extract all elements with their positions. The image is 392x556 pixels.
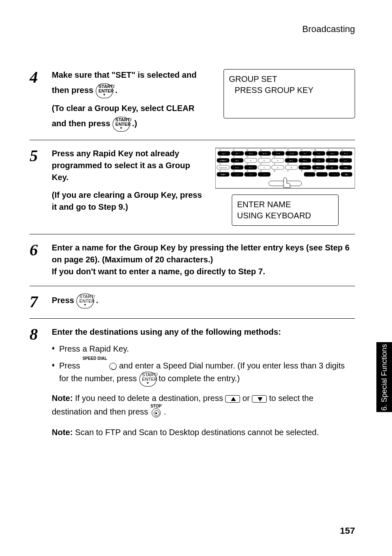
down-arrow-button-icon <box>252 395 267 403</box>
text: and then press <box>52 119 113 128</box>
icon-label-bottom: ENTER <box>115 122 131 127</box>
svg-text:02: 02 <box>233 149 235 151</box>
svg-text:L / +: L / + <box>344 160 348 162</box>
text: .) <box>132 119 137 128</box>
display-line: ENTER NAME <box>237 199 333 210</box>
svg-text:DEL: DEL <box>345 174 348 176</box>
svg-text:20: 20 <box>341 156 343 158</box>
svg-text:S: S <box>250 160 251 162</box>
step-number: 7 <box>30 294 52 310</box>
svg-text:U / ': U / ' <box>304 153 307 155</box>
start-enter-button-icon: START/ ENTER ▼ <box>96 83 113 98</box>
svg-text:21: 21 <box>219 163 221 165</box>
svg-text:25: 25 <box>274 163 275 165</box>
section-header: Broadcasting <box>302 24 355 35</box>
step8-heading: Enter the destinations using any of the … <box>52 326 355 338</box>
note-scan-restriction: Note: Scan to FTP and Scan to Desktop de… <box>52 426 355 438</box>
text: to complete the entry.) <box>159 374 240 383</box>
svg-text:O / ): O / ) <box>331 153 334 155</box>
svg-text:W / ": W / " <box>236 153 240 155</box>
svg-text:08: 08 <box>314 149 316 151</box>
svg-text:X / >: X / > <box>249 167 253 169</box>
lcd-display-step4: GROUP SET PRESS GROUP KEY <box>224 69 355 118</box>
bullet-rapid-key: Press a Rapid Key. <box>59 343 355 355</box>
svg-text:28: 28 <box>314 163 316 165</box>
svg-text:29: 29 <box>328 163 330 165</box>
svg-text:37: 37 <box>287 170 289 172</box>
svg-text:14: 14 <box>260 156 262 158</box>
text: or <box>242 394 252 403</box>
svg-text:Z / <: Z / < <box>235 167 239 169</box>
svg-text:04: 04 <box>260 149 262 151</box>
svg-text:32: 32 <box>233 170 235 172</box>
text: Press <box>52 296 76 305</box>
text: If you need to delete a destination, pre… <box>75 394 226 403</box>
svg-text:15: 15 <box>274 156 275 158</box>
svg-text:19: 19 <box>328 156 330 158</box>
svg-text:/ / \: / / \ <box>249 174 252 176</box>
step-number: 5 <box>30 148 52 164</box>
svg-text:V: V <box>277 167 279 169</box>
content-area: 4 Make sure that "SET" is selected and t… <box>30 62 355 447</box>
svg-text:23: 23 <box>247 163 248 165</box>
svg-text:38: 38 <box>301 170 302 172</box>
step5-p2: (If you are clearing a Group Key, press … <box>52 189 205 213</box>
step-4: 4 Make sure that "SET" is selected and t… <box>30 62 355 140</box>
icon-label-bottom: ENTER <box>99 88 114 93</box>
svg-text:@: @ <box>331 167 333 169</box>
text: Scan to FTP and Scan to Desktop destinat… <box>75 428 319 437</box>
step-7: 7 Press START/ ENTER ▼ . <box>30 286 355 319</box>
step-number: 4 <box>30 69 52 86</box>
svg-text:T / %: T / % <box>276 153 280 155</box>
svg-text:F: F <box>277 160 279 162</box>
svg-text:36: 36 <box>274 170 275 172</box>
svg-text:17: 17 <box>301 156 302 158</box>
svg-text:13: 13 <box>247 156 248 158</box>
stop-button-icon: STOP <box>150 404 161 421</box>
svg-text:05: 05 <box>274 149 275 151</box>
svg-text:07: 07 <box>301 149 302 151</box>
speed-dial-button-icon <box>109 363 117 370</box>
svg-text:I / (: I / ( <box>318 153 321 155</box>
svg-text:39: 39 <box>314 170 316 172</box>
svg-text:22: 22 <box>233 163 235 165</box>
icon-label-bottom: ENTER <box>79 299 95 303</box>
step6-p2: If you don't want to enter a name, go di… <box>52 266 355 278</box>
step6-p1: Enter a name for the Group Key by pressi… <box>52 242 355 266</box>
icon-label-bottom: ENTER <box>142 377 157 382</box>
step-5: 5 Press any Rapid Key not already progra… <box>30 140 355 234</box>
text: Make sure that "SET" is selected and <box>52 70 196 79</box>
side-tab-label: 6. Special Functions <box>380 344 389 410</box>
svg-text:M / ?: M / ? <box>316 167 321 169</box>
display-line: USING KEYBOARD <box>237 210 333 221</box>
step-6: 6 Enter a name for the Group Key by pres… <box>30 234 355 286</box>
svg-text:B: B <box>291 167 292 169</box>
svg-text:11: 11 <box>219 156 221 158</box>
svg-text:A / |: A / | <box>235 160 238 162</box>
svg-text:C: C <box>263 167 265 169</box>
svg-text:27: 27 <box>301 163 302 165</box>
svg-text:_ / ^: _ / ^ <box>235 174 239 176</box>
start-enter-button-icon: START/ ENTER ▼ <box>113 117 130 132</box>
keyboard-diagram: 01020304050607080910Q / !W / "E / #R / $… <box>215 148 355 189</box>
step5-p1: Press any Rapid Key not already programm… <box>52 148 205 183</box>
svg-text:SYMBOL: SYMBOL <box>219 160 227 162</box>
svg-text:H / }: H / } <box>303 160 307 162</box>
svg-text:30: 30 <box>341 163 343 165</box>
svg-text:33: 33 <box>247 170 248 172</box>
display-line: PRESS GROUP KEY <box>229 85 350 96</box>
step-number: 6 <box>30 242 52 258</box>
svg-text:01: 01 <box>219 149 221 151</box>
bullet-speed-dial: Press SPEED DIAL and enter a Speed Dial … <box>59 360 355 387</box>
text: then press <box>52 86 96 95</box>
step4-text-line1: Make sure that "SET" is selected and <box>52 69 214 81</box>
start-enter-button-icon: START/ ENTER ▼ <box>76 294 94 308</box>
svg-text:34: 34 <box>260 170 262 172</box>
svg-text:N / *: N / * <box>303 167 307 169</box>
svg-text:.com: .com <box>344 167 348 169</box>
text: . <box>96 296 99 305</box>
svg-text:K / ]: K / ] <box>330 160 333 162</box>
svg-text:09: 09 <box>328 149 330 151</box>
svg-text:E / #: E / # <box>249 153 253 155</box>
svg-text:12: 12 <box>233 156 235 158</box>
